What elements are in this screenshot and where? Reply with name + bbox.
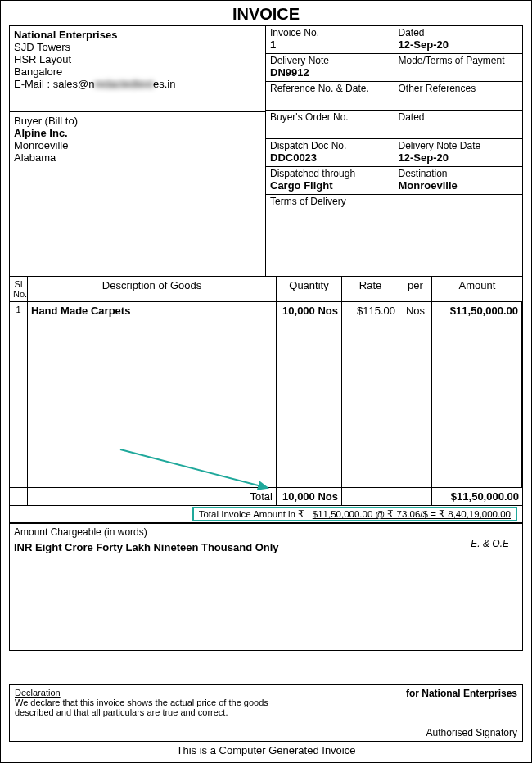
- destination: Monroeville: [399, 179, 519, 192]
- item-sl: 1: [10, 302, 28, 487]
- item-qty: 10,000 Nos: [277, 302, 342, 487]
- dispatch-doc: DDC0023: [270, 151, 390, 164]
- conversion-row: Total Invoice Amount in ₹ $11,50,000.00 …: [10, 506, 522, 523]
- dispatched-through-label: Dispatched through: [270, 168, 390, 179]
- ref-label: Reference No. & Date.: [270, 83, 390, 94]
- col-sl: Sl No.: [10, 277, 28, 301]
- invoice-title: INVOICE: [9, 5, 523, 24]
- dated: 12-Sep-20: [399, 38, 519, 51]
- dated2-label: Dated: [399, 111, 519, 123]
- chargeable-label: Amount Chargeable (in words): [14, 526, 518, 538]
- amount-words: INR Eight Crore Forty Lakh Nineteen Thou…: [14, 541, 518, 553]
- total-amt: $11,50,000.00: [432, 488, 522, 505]
- seller-addr1: SJD Towers: [14, 41, 261, 53]
- terms-delivery-label: Terms of Delivery: [270, 196, 518, 207]
- buyer-name: Alpine Inc.: [14, 127, 261, 139]
- other-ref-label: Other References: [399, 83, 519, 94]
- eoe: E. & O.E: [471, 538, 509, 549]
- seller-name: National Enterprises: [14, 29, 261, 41]
- items-table: Sl No. Description of Goods Quantity Rat…: [9, 277, 523, 524]
- invoice-no-label: Invoice No.: [270, 27, 390, 38]
- seller-email: E-Mail : sales@nredactedtextes.in: [14, 78, 261, 90]
- auth-signatory: Authorised Signatory: [296, 727, 517, 738]
- footer-block: Declaration We declare that this invoice…: [9, 684, 523, 742]
- conversion-label: Total Invoice Amount in ₹: [199, 509, 304, 519]
- generated-note: This is a Computer Generated Invoice: [1, 744, 531, 756]
- buyer-label: Buyer (Bill to): [14, 115, 261, 127]
- invoice-no: 1: [270, 38, 390, 51]
- col-desc: Description of Goods: [28, 277, 277, 301]
- col-rate: Rate: [342, 277, 399, 301]
- item-amt: $11,50,000.00: [432, 302, 522, 487]
- col-qty: Quantity: [277, 277, 342, 301]
- total-label: Total: [28, 488, 277, 505]
- buyer-addr2: Alabama: [14, 151, 261, 164]
- dispatched-through: Cargo Flight: [270, 179, 390, 192]
- delivery-note-date: 12-Sep-20: [399, 151, 519, 164]
- item-per: Nos: [399, 302, 432, 487]
- mode-label: Mode/Terms of Payment: [399, 55, 519, 66]
- col-amt: Amount: [432, 277, 522, 301]
- delivery-note-label: Delivery Note: [270, 55, 390, 66]
- seller-addr2: HSR Layout: [14, 53, 261, 65]
- dispatch-doc-label: Dispatch Doc No.: [270, 140, 390, 151]
- conversion-value: $11,50,000.00 @ ₹ 73.06/$ = ₹ 8,40,19,00…: [313, 509, 511, 519]
- seller-box: National Enterprises SJD Towers HSR Layo…: [10, 26, 265, 112]
- seller-city: Bangalore: [14, 65, 261, 78]
- buyer-addr1: Monroeville: [14, 139, 261, 151]
- dated-label: Dated: [399, 27, 519, 38]
- delivery-note: DN9912: [270, 66, 390, 79]
- item-desc: Hand Made Carpets: [28, 302, 277, 487]
- buyer-order-label: Buyer's Order No.: [270, 111, 390, 123]
- delivery-note-date-label: Delivery Note Date: [399, 140, 519, 151]
- declaration-text: We declare that this invoice shows the a…: [15, 698, 286, 717]
- destination-label: Destination: [399, 168, 519, 179]
- for-company: for National Enterprises: [296, 688, 517, 699]
- item-rate: $115.00: [342, 302, 399, 487]
- header-block: National Enterprises SJD Towers HSR Layo…: [9, 25, 523, 277]
- col-per: per: [399, 277, 432, 301]
- total-qty: 10,000 Nos: [277, 488, 342, 505]
- declaration-label: Declaration: [15, 688, 286, 698]
- buyer-box: Buyer (Bill to) Alpine Inc. Monroeville …: [10, 112, 265, 276]
